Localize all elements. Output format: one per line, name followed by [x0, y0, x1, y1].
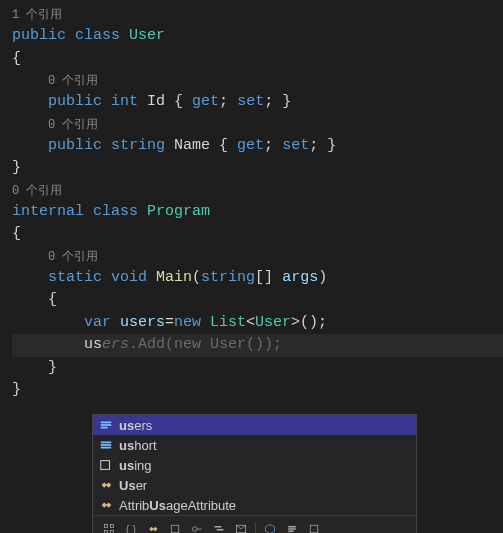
filter-class-icon[interactable]	[143, 520, 163, 533]
code-line[interactable]: {	[12, 289, 503, 312]
svg-rect-2	[101, 427, 108, 429]
svg-rect-20	[310, 525, 318, 533]
filter-interface-icon[interactable]	[187, 520, 207, 533]
codelens-ref[interactable]: 0 个引用	[12, 248, 503, 266]
code-line[interactable]: {	[12, 223, 503, 246]
intellisense-item-users[interactable]: users	[93, 415, 416, 435]
ghost-suggestion: ers	[102, 336, 129, 353]
codelens-ref[interactable]: 0 个引用	[12, 182, 503, 200]
ghost-keyword: new	[174, 336, 201, 353]
svg-rect-15	[217, 529, 224, 531]
codelens-ref[interactable]: 0 个引用	[12, 116, 503, 134]
svg-rect-17	[288, 526, 296, 528]
filter-delegate-icon[interactable]	[231, 520, 251, 533]
svg-rect-6	[101, 461, 110, 470]
svg-rect-5	[101, 447, 112, 449]
code-line[interactable]: public class User	[12, 25, 503, 48]
separator	[255, 522, 256, 533]
filter-struct-icon[interactable]	[165, 520, 185, 533]
class-icon	[99, 498, 113, 512]
svg-rect-4	[101, 444, 112, 446]
item-label: ushort	[119, 438, 157, 453]
item-label: users	[119, 418, 152, 433]
codelens-ref[interactable]: 1 个引用	[12, 6, 503, 24]
keyword-icon	[99, 458, 113, 472]
ghost-suggestion: .Add(	[129, 336, 174, 353]
svg-rect-18	[288, 528, 296, 530]
code-line[interactable]: public int Id { get; set; }	[12, 91, 503, 114]
item-label: using	[119, 458, 152, 473]
intellisense-item-using[interactable]: using	[93, 455, 416, 475]
svg-rect-0	[101, 422, 112, 424]
code-line[interactable]: }	[12, 157, 503, 180]
type-user: User	[129, 27, 165, 44]
svg-rect-14	[215, 526, 222, 528]
svg-rect-8	[111, 525, 114, 528]
intellisense-item-ushort[interactable]: ushort	[93, 435, 416, 455]
ghost-suggestion: User());	[201, 336, 282, 353]
filter-local-icon[interactable]	[282, 520, 302, 533]
svg-rect-19	[288, 531, 293, 533]
code-line-current[interactable]: users.Add(new User());	[12, 334, 503, 357]
code-line[interactable]: static void Main(string[] args)	[12, 267, 503, 290]
brace: {	[12, 50, 21, 67]
code-line[interactable]: public string Name { get; set; }	[12, 135, 503, 158]
item-label: AttribUsageAttribute	[119, 498, 236, 513]
typed-text: us	[84, 336, 102, 353]
class-icon	[99, 478, 113, 492]
filter-keyword-icon[interactable]	[304, 520, 324, 533]
code-editor[interactable]: 1 个引用 public class User { 0 个引用 public i…	[0, 0, 503, 402]
intellisense-item-user[interactable]: User	[93, 475, 416, 495]
filter-enum-icon[interactable]	[209, 520, 229, 533]
code-line[interactable]: }	[12, 379, 503, 402]
item-label: User	[119, 478, 147, 493]
intellisense-toolbar: { }	[93, 515, 416, 533]
codelens-ref[interactable]: 0 个引用	[12, 72, 503, 90]
local-variable-icon	[99, 418, 113, 432]
filter-target-icon[interactable]	[99, 520, 119, 533]
keyword-class: class	[75, 27, 120, 44]
code-line[interactable]: }	[12, 357, 503, 380]
intellisense-item-attributeusageattribute[interactable]: AttribUsageAttribute	[93, 495, 416, 515]
svg-rect-7	[105, 525, 108, 528]
filter-method-icon[interactable]	[260, 520, 280, 533]
svg-rect-3	[101, 442, 112, 444]
keyword-icon	[99, 438, 113, 452]
code-line[interactable]: var users=new List<User>();	[12, 312, 503, 335]
intellisense-popup[interactable]: users ushort using User AttribUsageAttri…	[92, 414, 417, 533]
code-line[interactable]: {	[12, 48, 503, 71]
svg-point-12	[193, 527, 198, 532]
svg-rect-1	[101, 424, 112, 426]
svg-rect-11	[171, 525, 179, 533]
filter-namespace-icon[interactable]: { }	[121, 520, 141, 533]
code-line[interactable]: internal class Program	[12, 201, 503, 224]
keyword-public: public	[12, 27, 66, 44]
